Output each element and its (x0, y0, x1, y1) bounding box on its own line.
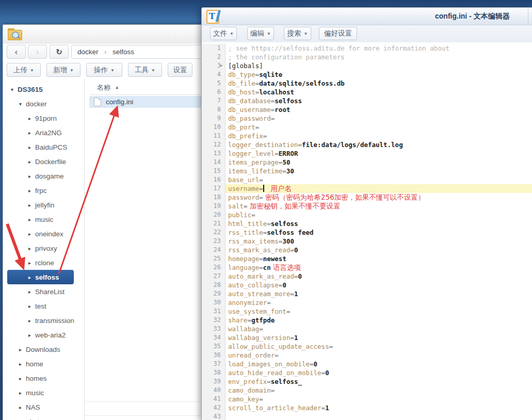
tree-item-frpc[interactable]: ▸frpc (3, 183, 84, 198)
fs-toolbar-button-1[interactable]: 上传▼ (7, 63, 41, 77)
editor-line-19[interactable]: 19salt= 加密秘钥，如果不懂不要设置 (202, 202, 532, 211)
fs-toolbar-button-3[interactable]: 操作▼ (86, 63, 122, 77)
tree-item-ds3615[interactable]: ▾DS3615 (3, 82, 84, 96)
editor-menu-button-2[interactable]: 编辑▼ (247, 27, 274, 40)
triangle-right-icon[interactable]: ▸ (27, 246, 33, 251)
tree-item-sharelist[interactable]: ▸ShareList (3, 284, 84, 299)
triangle-right-icon[interactable]: ▸ (27, 116, 33, 121)
editor-line-26[interactable]: 26language=cn 语言选项 (202, 263, 532, 272)
tree-item-transmission[interactable]: ▸transmission (3, 313, 84, 328)
editor-line-25[interactable]: 25homepage=newest (202, 254, 532, 263)
breadcrumb-item-selfoss[interactable]: selfoss (112, 48, 134, 56)
triangle-right-icon[interactable]: ▸ (27, 188, 33, 193)
editor-line-2[interactable]: 2; the configuration parameters (202, 53, 532, 61)
editor-line-28[interactable]: 28auto_collapse=0 (202, 281, 532, 289)
editor-line-18[interactable]: 18password= 密码（密码为哈希256加密，如果不懂可以不设置） (202, 193, 532, 202)
editor-line-3[interactable]: 3▾[globals] (202, 61, 532, 70)
editor-line-15[interactable]: 15items_lifetime=30 (202, 167, 532, 175)
triangle-right-icon[interactable]: ▸ (27, 217, 33, 222)
editor-line-20[interactable]: 20public= (202, 211, 532, 219)
triangle-right-icon[interactable]: ▸ (27, 289, 33, 295)
editor-line-34[interactable]: 34wallabag_version=1 (202, 333, 532, 342)
editor-line-43[interactable]: 43 (202, 412, 532, 420)
editor-line-36[interactable]: 36unread_order= (202, 351, 532, 360)
editor-line-39[interactable]: 39env_prefix=selfoss_ (202, 377, 532, 386)
editor-line-33[interactable]: 33wallabag= (202, 325, 532, 333)
triangle-right-icon[interactable]: ▸ (18, 361, 23, 367)
editor-line-10[interactable]: 10db_port= (202, 123, 532, 132)
editor-line-42[interactable]: 42scroll_to_article_header=1 (202, 403, 532, 412)
editor-line-11[interactable]: 11db_prefix= (202, 132, 532, 140)
editor-line-21[interactable]: 21html_title=selfoss (202, 219, 532, 228)
tree-item-oneindex[interactable]: ▸oneindex (3, 227, 84, 241)
tree-item-91porn[interactable]: ▸91porn (3, 111, 84, 125)
editor-titlebar[interactable]: T config.ini - 文本编辑器 (202, 8, 532, 25)
fs-toolbar-button-5[interactable]: 设置 (168, 63, 192, 77)
triangle-right-icon[interactable]: ▸ (27, 159, 33, 165)
triangle-right-icon[interactable]: ▸ (27, 274, 33, 280)
tree-item-dockerfile[interactable]: ▸Dockerfile (3, 154, 84, 169)
editor-line-24[interactable]: 24rss_mark_as_read=0 (202, 246, 532, 254)
editor-line-40[interactable]: 40camo_domain= (202, 386, 532, 395)
editor-line-5[interactable]: 5db_file=data/sqlite/selfoss.db (202, 79, 532, 88)
editor-line-23[interactable]: 23rss_max_items=300 (202, 237, 532, 246)
fold-arrow-icon[interactable]: ▾ (220, 61, 222, 70)
editor-menu-button-3[interactable]: 搜索▼ (284, 27, 311, 40)
editor-line-14[interactable]: 14items_perpage=50 (202, 158, 532, 167)
editor-menu-button-1[interactable]: 文件▼ (210, 27, 237, 40)
editor-menu-button-4[interactable]: 偏好设置 (319, 27, 357, 40)
tree-item-test[interactable]: ▸test (3, 299, 84, 313)
editor-line-22[interactable]: 22rss_title=selfoss feed (202, 228, 532, 237)
editor-line-16[interactable]: 16base_url= (202, 175, 532, 184)
tree-item-downloads[interactable]: ▸Downloads (3, 342, 84, 357)
editor-line-1[interactable]: 1; see https://selfoss.aditu.de for more… (202, 44, 532, 53)
refresh-button[interactable]: ↻ (50, 45, 69, 59)
tree-item-jellyfin[interactable]: ▸jellyfin (3, 198, 84, 212)
editor-line-37[interactable]: 37load_images_on_mobile=0 (202, 360, 532, 368)
fs-toolbar-button-4[interactable]: 工具▼ (128, 63, 162, 77)
triangle-right-icon[interactable]: ▸ (27, 173, 33, 179)
triangle-right-icon[interactable]: ▸ (27, 130, 33, 136)
tree-item-baidupcs[interactable]: ▸BaiduPCS (3, 140, 84, 154)
triangle-right-icon[interactable]: ▸ (18, 347, 23, 352)
tree-item-web-aria2[interactable]: ▸web-aria2 (3, 328, 84, 342)
editor-line-9[interactable]: 9db_password= (202, 114, 532, 123)
triangle-right-icon[interactable]: ▸ (27, 303, 33, 309)
editor-line-8[interactable]: 8db_username=root (202, 105, 532, 114)
triangle-right-icon[interactable]: ▸ (27, 318, 33, 324)
editor-line-29[interactable]: 29auto_stream_more=1 (202, 289, 532, 298)
triangle-right-icon[interactable]: ▸ (18, 390, 23, 396)
tree-item-dosgame[interactable]: ▸dosgame (3, 169, 84, 183)
tree-item-homes[interactable]: ▸homes (3, 371, 84, 385)
editor-line-38[interactable]: 38auto_hide_read_on_mobile=0 (202, 368, 532, 377)
back-button[interactable]: ‹ (7, 45, 26, 59)
triangle-right-icon[interactable]: ▸ (27, 231, 33, 237)
editor-line-7[interactable]: 7db_database=selfoss (202, 96, 532, 105)
editor-line-41[interactable]: 41camo_key= (202, 395, 532, 403)
triangle-right-icon[interactable]: ▸ (18, 405, 23, 410)
triangle-right-icon[interactable]: ▸ (27, 144, 33, 150)
editor-line-27[interactable]: 27auto_mark_as_read=0 (202, 272, 532, 281)
tree-item-selfoss[interactable]: ▸selfoss (7, 270, 74, 284)
tree-item-aria2ng[interactable]: ▸Aria2NG (3, 125, 84, 140)
editor-line-6[interactable]: 6db_host=localhost (202, 88, 532, 96)
triangle-right-icon[interactable]: ▸ (27, 260, 33, 266)
fs-toolbar-button-2[interactable]: 新增▼ (46, 63, 80, 77)
triangle-down-icon[interactable]: ▾ (9, 87, 15, 92)
tree-item-home[interactable]: ▸home (3, 357, 84, 371)
editor-content[interactable]: 1; see https://selfoss.aditu.de for more… (202, 42, 532, 420)
editor-line-13[interactable]: 13logger_level=ERROR (202, 149, 532, 158)
tree-item-nas[interactable]: ▸NAS (3, 400, 84, 414)
triangle-right-icon[interactable]: ▸ (27, 202, 33, 208)
triangle-down-icon[interactable]: ▾ (18, 101, 23, 107)
tree-item-docker[interactable]: ▾docker (3, 96, 84, 111)
tree-item-rclone[interactable]: ▸rclone (3, 255, 84, 270)
editor-line-30[interactable]: 30anonymizer= (202, 298, 532, 307)
editor-line-17[interactable]: 17username= 用户名 (202, 184, 532, 193)
editor-line-4[interactable]: 4db_type=sqlite (202, 70, 532, 79)
breadcrumb-item-docker[interactable]: docker (77, 48, 99, 56)
triangle-right-icon[interactable]: ▸ (27, 332, 33, 338)
editor-line-31[interactable]: 31use_system_font= (202, 307, 532, 316)
tree-item-photo[interactable]: ▸photo (3, 414, 84, 420)
forward-button[interactable]: › (28, 45, 47, 59)
